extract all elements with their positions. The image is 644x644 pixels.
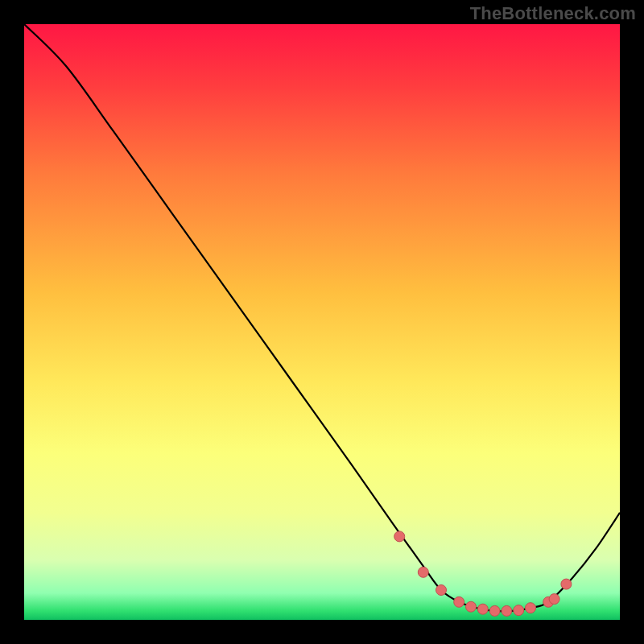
marker-point [561, 579, 572, 589]
marker-point [489, 605, 500, 616]
gradient-background [24, 24, 620, 620]
marker-point [394, 531, 405, 542]
chart-frame: TheBottleneck.com [0, 0, 644, 644]
marker-point [514, 605, 524, 616]
marker-point [526, 603, 536, 613]
watermark-text: TheBottleneck.com [470, 3, 636, 24]
marker-point [466, 601, 477, 612]
marker-point [549, 594, 559, 605]
chart-svg [24, 24, 620, 620]
marker-point [454, 597, 464, 607]
marker-point [436, 585, 447, 596]
marker-point [418, 567, 428, 577]
plot-area [24, 24, 620, 620]
marker-point [502, 605, 512, 616]
marker-point [477, 604, 488, 614]
